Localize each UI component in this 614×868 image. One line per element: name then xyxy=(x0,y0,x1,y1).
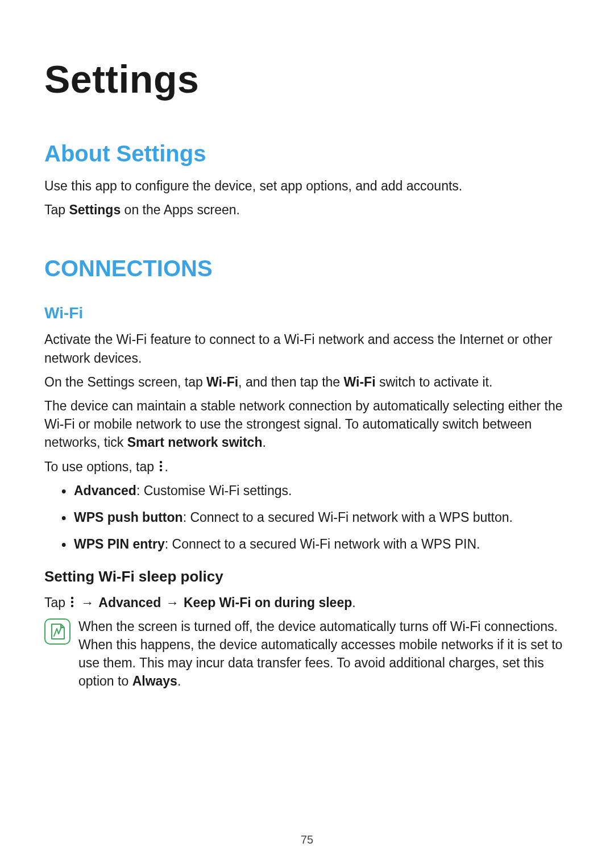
more-options-icon xyxy=(69,596,76,608)
page-title: Settings xyxy=(44,57,570,101)
option-bold: WPS push button xyxy=(74,510,183,525)
always-bold: Always xyxy=(132,674,177,688)
list-item: WPS PIN entry: Connect to a secured Wi-F… xyxy=(61,535,570,554)
about-settings-tap: Tap Settings on the Apps screen. xyxy=(44,201,570,219)
wifi-options-list: Advanced: Customise Wi-Fi settings. WPS … xyxy=(44,481,570,554)
nav-bold-keep-wifi: Keep Wi-Fi on during sleep xyxy=(184,595,352,610)
wifi-bold-2: Wi-Fi xyxy=(344,375,376,389)
text: On the Settings screen, tap xyxy=(44,375,206,389)
text: . xyxy=(262,435,265,450)
settings-bold: Settings xyxy=(69,202,121,217)
text: , and then tap the xyxy=(238,375,343,389)
text: Tap xyxy=(44,202,69,217)
wifi-desc-1: Activate the Wi-Fi feature to connect to… xyxy=(44,330,570,367)
text: . xyxy=(164,459,168,474)
list-item: Advanced: Customise Wi-Fi settings. xyxy=(61,481,570,500)
text: switch to activate it. xyxy=(376,375,493,389)
list-item: WPS push button: Connect to a secured Wi… xyxy=(61,508,570,527)
smart-network-switch-bold: Smart network switch xyxy=(127,435,263,450)
page-number: 75 xyxy=(0,833,614,846)
spacer xyxy=(44,225,570,256)
wifi-desc-2: On the Settings screen, tap Wi-Fi, and t… xyxy=(44,373,570,391)
note-icon xyxy=(44,618,70,645)
wifi-sleep-nav: Tap → Advanced → Keep Wi-Fi on during sl… xyxy=(44,593,570,612)
option-text: : Customise Wi-Fi settings. xyxy=(136,483,292,498)
svg-point-3 xyxy=(71,597,73,599)
arrow-right-icon: → xyxy=(165,593,180,612)
connections-heading: CONNECTIONS xyxy=(44,256,570,281)
option-bold: Advanced xyxy=(74,483,136,498)
wifi-options-tap: To use options, tap . xyxy=(44,458,570,476)
about-settings-desc: Use this app to configure the device, se… xyxy=(44,177,570,195)
nav-bold-advanced: Advanced xyxy=(98,595,161,610)
text: The device can maintain a stable network… xyxy=(44,398,563,450)
more-options-icon xyxy=(157,460,164,472)
text: . xyxy=(177,674,181,688)
svg-point-5 xyxy=(71,605,73,607)
svg-point-0 xyxy=(160,460,162,463)
wifi-desc-3: The device can maintain a stable network… xyxy=(44,397,570,452)
svg-point-2 xyxy=(160,468,162,471)
svg-point-4 xyxy=(71,601,73,603)
note-text: When the screen is turned off, the devic… xyxy=(78,617,570,691)
option-bold: WPS PIN entry xyxy=(74,537,165,551)
document-page: Settings About Settings Use this app to … xyxy=(0,0,614,868)
wifi-heading: Wi-Fi xyxy=(44,304,570,322)
about-settings-heading: About Settings xyxy=(44,141,570,167)
text: To use options, tap xyxy=(44,459,157,474)
note-callout: When the screen is turned off, the devic… xyxy=(44,617,570,691)
text: Tap xyxy=(44,595,69,610)
text: . xyxy=(352,595,355,610)
option-text: : Connect to a secured Wi-Fi network wit… xyxy=(165,537,480,551)
wifi-sleep-policy-heading: Setting Wi-Fi sleep policy xyxy=(44,568,570,585)
text: on the Apps screen. xyxy=(121,202,240,217)
option-text: : Connect to a secured Wi-Fi network wit… xyxy=(183,510,513,525)
spacer xyxy=(44,292,570,304)
arrow-right-icon: → xyxy=(80,593,95,612)
svg-point-1 xyxy=(160,464,162,467)
wifi-bold-1: Wi-Fi xyxy=(206,375,238,389)
